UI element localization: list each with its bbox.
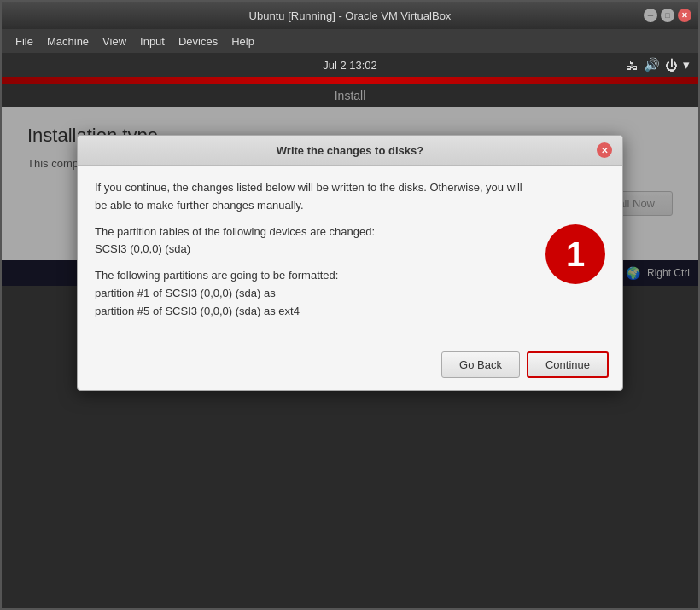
menu-devices[interactable]: Devices xyxy=(172,32,225,50)
dialog-body-line1: If you continue, the changes listed belo… xyxy=(95,179,528,215)
status-bar: Jul 2 13:02 🖧 🔊 ⏻ ▾ xyxy=(2,53,698,77)
status-icons: 🖧 🔊 ⏻ ▾ xyxy=(626,57,690,73)
title-bar: Ubuntu [Running] - Oracle VM VirtualBox … xyxy=(2,2,698,29)
dialog-overlay: Write the changes to disks? ✕ If you con… xyxy=(2,84,698,608)
dialog-close-button[interactable]: ✕ xyxy=(597,142,612,158)
vm-window: Ubuntu [Running] - Oracle VM VirtualBox … xyxy=(0,0,700,610)
menu-machine[interactable]: Machine xyxy=(40,32,96,50)
dialog-number-badge: 1 xyxy=(545,224,605,284)
dialog-title: Write the changes to disks? xyxy=(103,144,597,157)
menu-view[interactable]: View xyxy=(96,32,133,50)
go-back-button[interactable]: Go Back xyxy=(441,351,520,378)
power-icon[interactable]: ⏻ xyxy=(665,58,678,73)
dialog-body-line2: The partition tables of the following de… xyxy=(95,224,528,259)
volume-icon[interactable]: 🔊 xyxy=(644,57,660,73)
dialog-device1: SCSI3 (0,0,0) (sda) xyxy=(95,242,190,255)
write-changes-dialog: Write the changes to disks? ✕ If you con… xyxy=(77,135,623,391)
minimize-button[interactable]: ─ xyxy=(644,9,657,22)
menu-bar: File Machine View Input Devices Help xyxy=(2,29,698,53)
dropdown-icon[interactable]: ▾ xyxy=(683,57,690,73)
network-icon[interactable]: 🖧 xyxy=(626,58,639,73)
menu-file[interactable]: File xyxy=(9,32,40,50)
window-title: Ubuntu [Running] - Oracle VM VirtualBox xyxy=(249,9,452,22)
dialog-body: If you continue, the changes listed belo… xyxy=(78,166,622,343)
dialog-title-bar: Write the changes to disks? ✕ xyxy=(78,136,622,166)
title-bar-controls: ─ □ ✕ xyxy=(644,9,691,22)
dialog-body-line3: The following partitions are going to be… xyxy=(95,267,528,320)
dialog-footer: Go Back Continue xyxy=(78,343,622,390)
restore-button[interactable]: □ xyxy=(661,9,674,22)
menu-help[interactable]: Help xyxy=(225,32,261,50)
dialog-text: If you continue, the changes listed belo… xyxy=(95,179,528,329)
red-stripe xyxy=(2,77,698,84)
dialog-partition2: partition #5 of SCSI3 (0,0,0) (sda) as e… xyxy=(95,305,300,317)
datetime-display: Jul 2 13:02 xyxy=(323,59,377,72)
menu-input[interactable]: Input xyxy=(133,32,172,50)
close-button[interactable]: ✕ xyxy=(678,9,691,22)
dialog-partition1: partition #1 of SCSI3 (0,0,0) (sda) as xyxy=(95,287,276,299)
continue-button[interactable]: Continue xyxy=(527,351,609,378)
